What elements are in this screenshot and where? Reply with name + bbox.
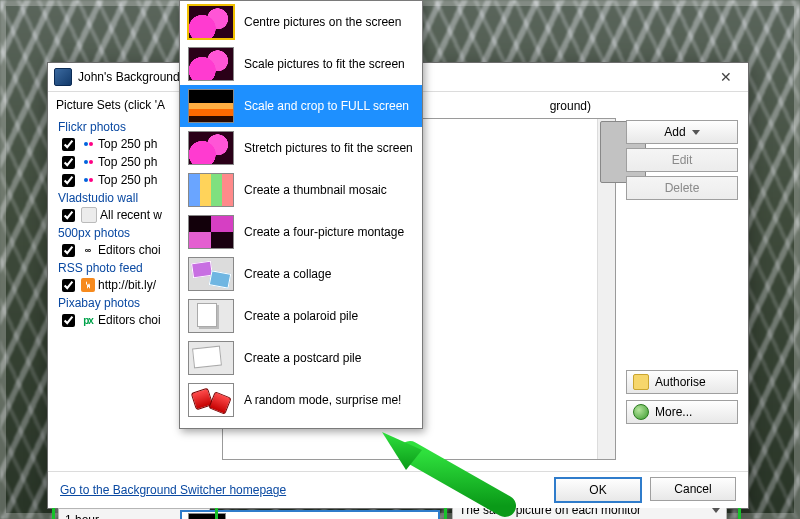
source-item-label: Editors choi <box>98 243 161 257</box>
source-item-checkbox[interactable] <box>62 279 75 292</box>
source-item-label: Editors choi <box>98 313 161 327</box>
option-label: Create a postcard pile <box>244 351 414 365</box>
option-label: A random mode, surprise me! <box>244 393 414 407</box>
option-label: Scale pictures to fit the screen <box>244 57 414 71</box>
right-button-column: Add Edit Delete <box>626 120 738 200</box>
source-item-checkbox[interactable] <box>62 174 75 187</box>
option-label: Scale and crop to FULL screen <box>244 99 414 113</box>
option-label: Stretch pictures to fit the screen <box>244 141 414 155</box>
ok-button[interactable]: OK <box>554 477 642 503</box>
vlad-icon <box>81 207 97 223</box>
option-thumbnail-icon <box>188 131 234 165</box>
picture-mode-combo[interactable]: Scale and crop to FULL screen <box>180 510 440 519</box>
source-item-label: http://bit.ly/ <box>98 278 156 292</box>
flickr-icon <box>81 155 95 169</box>
option-thumbnail-icon <box>188 89 234 123</box>
option-thumbnail-icon <box>188 383 234 417</box>
cancel-label: Cancel <box>674 482 711 496</box>
app-icon <box>54 68 72 86</box>
picture-mode-option[interactable]: Scale and crop to FULL screen <box>180 85 422 127</box>
source-item-label: Top 250 ph <box>98 155 157 169</box>
picture-mode-option[interactable]: Create a postcard pile <box>180 337 422 379</box>
authorise-label: Authorise <box>655 375 706 389</box>
interval-value: 1 hour <box>65 513 99 519</box>
edit-button[interactable]: Edit <box>626 148 738 172</box>
source-item-checkbox[interactable] <box>62 138 75 151</box>
picture-mode-option[interactable]: Stretch pictures to fit the screen <box>180 127 422 169</box>
delete-button[interactable]: Delete <box>626 176 738 200</box>
source-item-label: Top 250 ph <box>98 137 157 151</box>
add-button[interactable]: Add <box>626 120 738 144</box>
source-item-checkbox[interactable] <box>62 209 75 222</box>
cancel-button[interactable]: Cancel <box>650 477 736 501</box>
picture-mode-option[interactable]: Create a polaroid pile <box>180 295 422 337</box>
option-label: Create a collage <box>244 267 414 281</box>
option-thumbnail-icon <box>188 47 234 81</box>
picture-mode-option[interactable]: A random mode, surprise me! <box>180 379 422 421</box>
option-label: Create a four-picture montage <box>244 225 414 239</box>
picture-mode-option[interactable]: Scale pictures to fit the screen <box>180 43 422 85</box>
authorise-icon <box>633 374 649 390</box>
pixabay-icon: px <box>81 313 95 327</box>
option-thumbnail-icon <box>188 5 234 39</box>
source-item-checkbox[interactable] <box>62 244 75 257</box>
picture-mode-option[interactable]: Centre pictures on the screen <box>180 1 422 43</box>
option-label: Create a thumbnail mosaic <box>244 183 414 197</box>
add-button-label: Add <box>664 125 685 139</box>
option-thumbnail-icon <box>188 257 234 291</box>
authorise-button[interactable]: Authorise <box>626 370 738 394</box>
option-thumbnail-icon <box>188 299 234 333</box>
picture-sets-tail: ground) <box>550 99 591 113</box>
option-label: Create a polaroid pile <box>244 309 414 323</box>
more-label: More... <box>655 405 692 419</box>
listbox-scrollbar[interactable] <box>597 119 615 459</box>
source-item-checkbox[interactable] <box>62 314 75 327</box>
picture-mode-option[interactable]: Create a four-picture montage <box>180 211 422 253</box>
chevron-down-icon <box>692 130 700 135</box>
flickr-icon <box>81 137 95 151</box>
option-thumbnail-icon <box>188 173 234 207</box>
option-thumbnail-icon <box>188 215 234 249</box>
close-button[interactable]: ✕ <box>704 63 748 91</box>
option-thumbnail-icon <box>188 341 234 375</box>
chevron-down-icon <box>712 508 720 513</box>
edit-button-label: Edit <box>672 153 693 167</box>
picture-mode-option[interactable]: Create a collage <box>180 253 422 295</box>
ok-label: OK <box>589 483 606 497</box>
picture-mode-option[interactable]: Create a thumbnail mosaic <box>180 169 422 211</box>
source-item-label: All recent w <box>100 208 162 222</box>
dialog-footer: Go to the Background Switcher homepage O… <box>48 471 748 508</box>
source-item-label: Top 250 ph <box>98 173 157 187</box>
more-button[interactable]: More... <box>626 400 738 424</box>
500px-icon: ∞ <box>81 243 95 257</box>
rss-icon: 𐑿 <box>81 278 95 292</box>
homepage-link[interactable]: Go to the Background Switcher homepage <box>60 483 286 497</box>
source-item-checkbox[interactable] <box>62 156 75 169</box>
mode-thumb-icon <box>188 513 226 519</box>
picture-sets-label: Picture Sets (click 'A <box>56 98 165 112</box>
right-lower-buttons: Authorise More... <box>626 370 738 424</box>
option-label: Centre pictures on the screen <box>244 15 414 29</box>
more-icon <box>633 404 649 420</box>
flickr-icon <box>81 173 95 187</box>
delete-button-label: Delete <box>665 181 700 195</box>
picture-mode-dropdown-popup[interactable]: Centre pictures on the screenScale pictu… <box>179 0 423 429</box>
